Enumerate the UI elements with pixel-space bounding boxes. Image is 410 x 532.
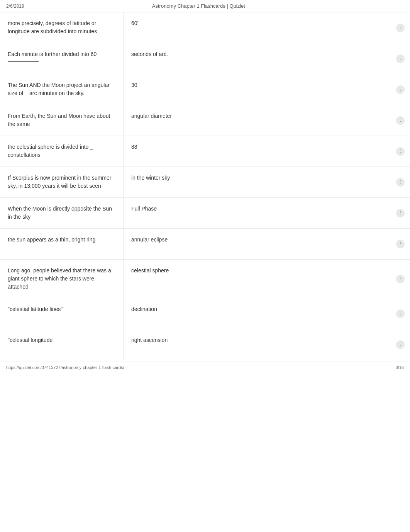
card-actions: ⋮ [391, 43, 410, 74]
card-action-icon[interactable]: ⋮ [396, 147, 405, 156]
card-definition: 30 [124, 74, 391, 105]
table-row: When the Moon is directly opposite the S… [0, 198, 410, 229]
card-term: From Earth, the Sun and Moon have about … [0, 105, 124, 136]
card-definition: 60' [124, 12, 391, 43]
card-actions: ⋮ [391, 260, 410, 298]
date-label: 2/6/2019 [6, 3, 24, 9]
page-number: 3/16 [396, 365, 404, 370]
card-action-icon[interactable]: ⋮ [396, 209, 405, 218]
table-row: more precisely, degrees of latitude or l… [0, 12, 410, 43]
table-row: Each minute is further divided into 60 s… [0, 43, 410, 74]
card-actions: ⋮ [391, 229, 410, 259]
card-term: If Scorpius is now prominent in the summ… [0, 167, 124, 197]
card-term: The Sun AND the Moon project an angular … [0, 74, 124, 105]
card-term: "celestial longitude [0, 329, 124, 360]
table-row: "celestial latitude lines" declination ⋮ [0, 298, 410, 329]
card-action-icon[interactable]: ⋮ [396, 340, 405, 349]
card-actions: ⋮ [391, 74, 410, 105]
card-term: more precisely, degrees of latitude or l… [0, 12, 124, 43]
table-row: The Sun AND the Moon project an angular … [0, 74, 410, 105]
bottom-bar: https://quizlet.com/37413727/astronomy-c… [0, 362, 410, 373]
table-row: From Earth, the Sun and Moon have about … [0, 105, 410, 136]
card-definition: in the winter sky [124, 167, 391, 197]
card-actions: ⋮ [391, 298, 410, 329]
card-actions: ⋮ [391, 167, 410, 197]
card-action-icon[interactable]: ⋮ [396, 24, 405, 32]
card-term: When the Moon is directly opposite the S… [0, 198, 124, 228]
card-action-icon[interactable]: ⋮ [396, 275, 405, 283]
table-row: the sun appears as a thin, bright ring a… [0, 229, 410, 260]
page-title: Astronomy Chapter 1 Flashcards | Quizlet [152, 3, 245, 9]
card-action-icon[interactable]: ⋮ [396, 116, 405, 125]
card-actions: ⋮ [391, 136, 410, 167]
card-definition: angular diameter [124, 105, 391, 136]
url-label: https://quizlet.com/37413727/astronomy-c… [6, 365, 124, 370]
card-actions: ⋮ [391, 198, 410, 228]
card-action-icon[interactable]: ⋮ [396, 240, 405, 248]
card-action-icon[interactable]: ⋮ [396, 85, 405, 94]
card-action-icon[interactable]: ⋮ [396, 309, 405, 318]
card-definition: celestial sphere [124, 260, 391, 298]
card-action-icon[interactable]: ⋮ [396, 54, 405, 63]
card-definition: 88 [124, 136, 391, 167]
top-bar: 2/6/2019 Astronomy Chapter 1 Flashcards … [0, 0, 410, 12]
table-row: If Scorpius is now prominent in the summ… [0, 167, 410, 198]
card-term: Each minute is further divided into 60 [0, 43, 124, 74]
table-row: the celestial sphere is divided into _ c… [0, 136, 410, 167]
card-definition: Full Phase [124, 198, 391, 228]
card-term: Long ago, people believed that there was… [0, 260, 124, 298]
card-term: the celestial sphere is divided into _ c… [0, 136, 124, 167]
flashcard-table: more precisely, degrees of latitude or l… [0, 12, 410, 360]
card-term: the sun appears as a thin, bright ring [0, 229, 124, 259]
table-row: "celestial longitude right ascension ⋮ [0, 329, 410, 360]
card-term: "celestial latitude lines" [0, 298, 124, 329]
card-definition: seconds of arc. [124, 43, 391, 74]
card-actions: ⋮ [391, 105, 410, 136]
card-actions: ⋮ [391, 329, 410, 360]
card-actions: ⋮ [391, 12, 410, 43]
card-definition: annular eclipse [124, 229, 391, 259]
card-definition: right ascension [124, 329, 391, 360]
card-definition: declination [124, 298, 391, 329]
table-row: Long ago, people believed that there was… [0, 260, 410, 298]
card-action-icon[interactable]: ⋮ [396, 178, 405, 187]
